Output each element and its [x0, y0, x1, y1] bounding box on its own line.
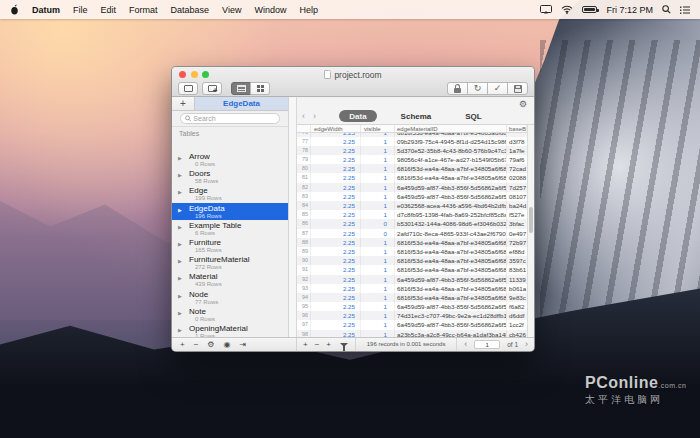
data-cell[interactable]: cb426	[507, 330, 527, 337]
close-button[interactable]	[179, 71, 186, 78]
disclosure-triangle-icon[interactable]: ▶	[178, 293, 182, 299]
data-cell[interactable]: 2.25	[311, 275, 361, 284]
menu-window[interactable]: Window	[254, 5, 286, 15]
data-cell[interactable]: 2.25	[311, 302, 361, 311]
data-cell[interactable]: 79af6	[507, 155, 527, 164]
remove-table-button[interactable]	[178, 82, 198, 95]
data-cell[interactable]: d7c8fb95-1398-4fab-8a69-252bfcf85c8a	[395, 210, 507, 219]
data-cell[interactable]: 0e497	[507, 229, 527, 238]
menu-view[interactable]: View	[222, 5, 241, 15]
data-cell[interactable]: 6a459d59-af87-4bb3-856f-5d56862a6f58	[395, 192, 507, 201]
sidebar-item-furniture[interactable]: ▶Furniture165 Rows	[172, 237, 288, 254]
data-cell[interactable]: 1	[361, 302, 395, 311]
column-header-rownum[interactable]	[297, 125, 311, 132]
data-cell[interactable]: 1	[361, 183, 395, 192]
wifi-icon[interactable]	[561, 5, 573, 14]
disclosure-triangle-icon[interactable]: ▶	[178, 189, 182, 195]
data-cell[interactable]: d6ddf	[507, 311, 527, 320]
filter-icon[interactable]	[340, 343, 348, 347]
table-row[interactable]: 982.251a23b5c3a-a2c8-49cc-b64a-a1daf3ba1…	[297, 330, 527, 337]
sidebar-item-edge[interactable]: ▶Edge199 Rows	[172, 185, 288, 202]
data-cell[interactable]: 1	[361, 247, 395, 256]
data-cell[interactable]: 2.25	[311, 320, 361, 329]
data-cell[interactable]: 72b97	[507, 238, 527, 247]
window-titlebar[interactable]: project.room + ↻ ✓	[172, 67, 534, 97]
table-row[interactable]: 912.2516816f53d-ea4a-48aa-a7bf-e34805a6f…	[297, 265, 527, 274]
disclosure-triangle-icon[interactable]: ▶	[178, 327, 182, 333]
column-header-baseBo[interactable]: baseBo	[507, 125, 527, 132]
data-cell[interactable]: 6a459d59-af87-4bb3-856f-5d56862a6f58	[395, 302, 507, 311]
data-cell[interactable]: f6a82	[507, 302, 527, 311]
refresh-button[interactable]: ↻	[467, 82, 488, 95]
table-row[interactable]: 832.2516a459d59-af87-4bb3-856f-5d56862a6…	[297, 192, 527, 201]
data-cell[interactable]: 2.25	[311, 210, 361, 219]
data-cell[interactable]: 6816f53d-ea4a-48aa-a7bf-e34805a6f682	[395, 284, 507, 293]
menu-database[interactable]: Database	[171, 5, 210, 15]
sidebar-item-note[interactable]: ▶Note0 Rows	[172, 306, 288, 323]
data-cell[interactable]: 2.25	[311, 311, 361, 320]
commit-button[interactable]: ✓	[487, 82, 508, 95]
data-cell[interactable]: 1	[361, 284, 395, 293]
table-row[interactable]: 862.250b5301432-144a-4086-98d6-ef3046b03…	[297, 219, 527, 228]
data-cell[interactable]: 3597c	[507, 256, 527, 265]
data-cell[interactable]: ef88d	[507, 247, 527, 256]
list-view-button[interactable]	[231, 82, 251, 95]
zoom-button[interactable]	[202, 71, 209, 78]
airplay-display-icon[interactable]	[540, 5, 552, 14]
disclosure-triangle-icon[interactable]: ▶	[178, 310, 182, 316]
table-row[interactable]: 902.2516816f53d-ea4a-48aa-a7bf-e34805a6f…	[297, 256, 527, 265]
data-cell[interactable]: 2.25	[311, 192, 361, 201]
table-actions-gear-icon[interactable]: ⚙	[207, 341, 214, 349]
data-cell[interactable]: f527e	[507, 210, 527, 219]
sidebar-item-edgedata[interactable]: ▶EdgeData196 Rows	[172, 203, 288, 220]
data-cell[interactable]: 2.25	[311, 146, 361, 155]
data-cell[interactable]: 9e83c	[507, 293, 527, 302]
disclosure-triangle-icon[interactable]: ▶	[178, 275, 182, 281]
data-cell[interactable]: 1	[361, 146, 395, 155]
data-cell[interactable]: 1cc2f	[507, 320, 527, 329]
data-cell[interactable]: 2.25	[311, 173, 361, 182]
column-header-edgeWidth[interactable]: edgeWidth	[311, 125, 361, 132]
table-row[interactable]: 812.2516816f53d-ea4a-48aa-a7bf-e34805a6f…	[297, 173, 527, 182]
data-cell[interactable]: 6a459d59-af87-4bb3-856f-5d56862a6f58	[395, 183, 507, 192]
disclosure-triangle-icon[interactable]: ▶	[178, 155, 182, 161]
data-cell[interactable]: 2.25	[311, 284, 361, 293]
data-cell[interactable]: 2.25	[311, 247, 361, 256]
data-cell[interactable]: 83b61	[507, 265, 527, 274]
data-cell[interactable]: 2.25	[311, 155, 361, 164]
disclosure-triangle-icon[interactable]: ▶	[178, 172, 182, 178]
disclosure-triangle-icon[interactable]: ▶	[178, 207, 182, 213]
data-cell[interactable]: e0362568-acea-4436-a596-4bd64b2dfb2c	[395, 201, 507, 210]
table-row[interactable]: 892.2516816f53d-ea4a-48aa-a7bf-e34805a6f…	[297, 247, 527, 256]
data-cell[interactable]: 08107	[507, 192, 527, 201]
table-row[interactable]: 952.2516a459d59-af87-4bb3-856f-5d56862a6…	[297, 302, 527, 311]
sidebar-scrollbar[interactable]	[289, 97, 297, 337]
data-cell[interactable]: 0	[361, 219, 395, 228]
table-row[interactable]: 922.2516a459d59-af87-4bb3-856f-5d56862a6…	[297, 275, 527, 284]
data-cell[interactable]: 1	[361, 173, 395, 182]
data-cell[interactable]: 6816f53d-ea4a-48aa-a7bf-e34805a6f682	[395, 164, 507, 173]
data-cell[interactable]: 1	[361, 265, 395, 274]
sidebar-item-example-table[interactable]: ▶Example Table6 Rows	[172, 220, 288, 237]
table-row[interactable]: 802.2516816f53d-ea4a-48aa-a7bf-e34805a6f…	[297, 164, 527, 173]
data-cell[interactable]: 1	[361, 164, 395, 173]
add-table-button[interactable]: +	[202, 82, 222, 95]
data-cell[interactable]: 11339	[507, 275, 527, 284]
notification-center-icon[interactable]	[680, 6, 690, 14]
data-cell[interactable]: 1	[361, 137, 395, 146]
data-cell[interactable]: 2.25	[311, 201, 361, 210]
prev-page-button[interactable]: ‹	[464, 340, 467, 349]
data-cell[interactable]: 6816f53d-ea4a-48aa-a7bf-e34805a6f682	[395, 173, 507, 182]
grid-view-button[interactable]	[250, 82, 270, 95]
table-row[interactable]: 962.25174d31ec3-c707-49bc-9e2a-ec1d28dff…	[297, 311, 527, 320]
data-cell[interactable]: 1	[361, 293, 395, 302]
data-cell[interactable]: 6a459d59-af87-4bb3-856f-5d56862a6f58	[395, 320, 507, 329]
save-button[interactable]	[507, 82, 528, 95]
data-cell[interactable]: 2.25	[311, 256, 361, 265]
import-icon[interactable]: ⇥	[240, 341, 247, 349]
data-cell[interactable]: 2.25	[311, 238, 361, 247]
table-row[interactable]: 792.25198056c4f-a1ce-467e-ad27-b1549f05b…	[297, 155, 527, 164]
delete-row-button[interactable]: −	[315, 341, 320, 349]
data-cell[interactable]: 5d370e52-35b8-4c43-8b60-576b9c47c387	[395, 146, 507, 155]
sidebar-item-doors[interactable]: ▶Doors58 Rows	[172, 168, 288, 185]
